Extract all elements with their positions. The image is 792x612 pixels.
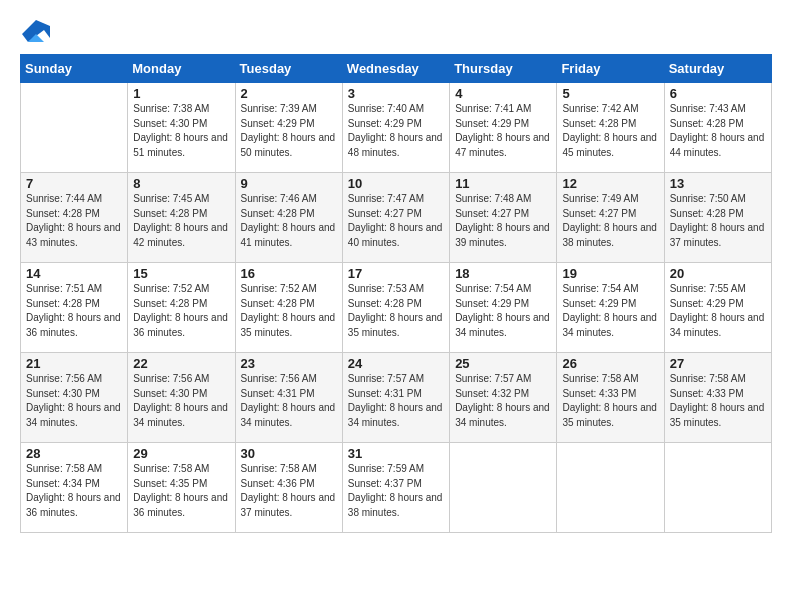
day-number: 8 [133,176,229,191]
weekday-header-friday: Friday [557,55,664,83]
day-detail: Sunrise: 7:45 AMSunset: 4:28 PMDaylight:… [133,192,229,250]
weekday-header-row: SundayMondayTuesdayWednesdayThursdayFrid… [21,55,772,83]
week-row-0: 1Sunrise: 7:38 AMSunset: 4:30 PMDaylight… [21,83,772,173]
calendar-cell: 3Sunrise: 7:40 AMSunset: 4:29 PMDaylight… [342,83,449,173]
day-detail: Sunrise: 7:50 AMSunset: 4:28 PMDaylight:… [670,192,766,250]
day-detail: Sunrise: 7:54 AMSunset: 4:29 PMDaylight:… [562,282,658,340]
day-detail: Sunrise: 7:43 AMSunset: 4:28 PMDaylight:… [670,102,766,160]
day-detail: Sunrise: 7:54 AMSunset: 4:29 PMDaylight:… [455,282,551,340]
day-detail: Sunrise: 7:58 AMSunset: 4:34 PMDaylight:… [26,462,122,520]
calendar-cell [21,83,128,173]
day-number: 6 [670,86,766,101]
calendar-cell: 17Sunrise: 7:53 AMSunset: 4:28 PMDayligh… [342,263,449,353]
day-number: 5 [562,86,658,101]
day-number: 18 [455,266,551,281]
page: SundayMondayTuesdayWednesdayThursdayFrid… [0,0,792,612]
calendar-cell: 26Sunrise: 7:58 AMSunset: 4:33 PMDayligh… [557,353,664,443]
week-row-4: 28Sunrise: 7:58 AMSunset: 4:34 PMDayligh… [21,443,772,533]
day-detail: Sunrise: 7:53 AMSunset: 4:28 PMDaylight:… [348,282,444,340]
day-number: 23 [241,356,337,371]
day-detail: Sunrise: 7:38 AMSunset: 4:30 PMDaylight:… [133,102,229,160]
weekday-header-wednesday: Wednesday [342,55,449,83]
day-number: 22 [133,356,229,371]
calendar-cell: 7Sunrise: 7:44 AMSunset: 4:28 PMDaylight… [21,173,128,263]
day-number: 16 [241,266,337,281]
day-number: 14 [26,266,122,281]
day-detail: Sunrise: 7:39 AMSunset: 4:29 PMDaylight:… [241,102,337,160]
day-detail: Sunrise: 7:58 AMSunset: 4:33 PMDaylight:… [562,372,658,430]
calendar-cell: 6Sunrise: 7:43 AMSunset: 4:28 PMDaylight… [664,83,771,173]
day-detail: Sunrise: 7:46 AMSunset: 4:28 PMDaylight:… [241,192,337,250]
calendar-cell: 23Sunrise: 7:56 AMSunset: 4:31 PMDayligh… [235,353,342,443]
day-detail: Sunrise: 7:57 AMSunset: 4:31 PMDaylight:… [348,372,444,430]
header [20,16,772,48]
calendar-cell [664,443,771,533]
day-number: 31 [348,446,444,461]
day-detail: Sunrise: 7:58 AMSunset: 4:35 PMDaylight:… [133,462,229,520]
calendar-cell: 21Sunrise: 7:56 AMSunset: 4:30 PMDayligh… [21,353,128,443]
day-number: 1 [133,86,229,101]
calendar-cell: 18Sunrise: 7:54 AMSunset: 4:29 PMDayligh… [450,263,557,353]
day-detail: Sunrise: 7:49 AMSunset: 4:27 PMDaylight:… [562,192,658,250]
day-detail: Sunrise: 7:51 AMSunset: 4:28 PMDaylight:… [26,282,122,340]
day-number: 27 [670,356,766,371]
day-detail: Sunrise: 7:58 AMSunset: 4:36 PMDaylight:… [241,462,337,520]
day-number: 3 [348,86,444,101]
day-detail: Sunrise: 7:41 AMSunset: 4:29 PMDaylight:… [455,102,551,160]
calendar-cell: 10Sunrise: 7:47 AMSunset: 4:27 PMDayligh… [342,173,449,263]
day-number: 7 [26,176,122,191]
calendar-cell: 8Sunrise: 7:45 AMSunset: 4:28 PMDaylight… [128,173,235,263]
day-detail: Sunrise: 7:48 AMSunset: 4:27 PMDaylight:… [455,192,551,250]
day-detail: Sunrise: 7:56 AMSunset: 4:30 PMDaylight:… [26,372,122,430]
weekday-header-monday: Monday [128,55,235,83]
calendar-cell: 11Sunrise: 7:48 AMSunset: 4:27 PMDayligh… [450,173,557,263]
calendar-cell: 25Sunrise: 7:57 AMSunset: 4:32 PMDayligh… [450,353,557,443]
calendar-cell: 13Sunrise: 7:50 AMSunset: 4:28 PMDayligh… [664,173,771,263]
calendar-cell: 4Sunrise: 7:41 AMSunset: 4:29 PMDaylight… [450,83,557,173]
day-detail: Sunrise: 7:44 AMSunset: 4:28 PMDaylight:… [26,192,122,250]
day-number: 19 [562,266,658,281]
day-detail: Sunrise: 7:47 AMSunset: 4:27 PMDaylight:… [348,192,444,250]
calendar-cell: 12Sunrise: 7:49 AMSunset: 4:27 PMDayligh… [557,173,664,263]
calendar-cell: 19Sunrise: 7:54 AMSunset: 4:29 PMDayligh… [557,263,664,353]
weekday-header-tuesday: Tuesday [235,55,342,83]
calendar-cell: 20Sunrise: 7:55 AMSunset: 4:29 PMDayligh… [664,263,771,353]
day-detail: Sunrise: 7:56 AMSunset: 4:31 PMDaylight:… [241,372,337,430]
day-number: 10 [348,176,444,191]
day-detail: Sunrise: 7:58 AMSunset: 4:33 PMDaylight:… [670,372,766,430]
day-number: 20 [670,266,766,281]
calendar-cell: 9Sunrise: 7:46 AMSunset: 4:28 PMDaylight… [235,173,342,263]
day-detail: Sunrise: 7:55 AMSunset: 4:29 PMDaylight:… [670,282,766,340]
day-number: 4 [455,86,551,101]
day-number: 11 [455,176,551,191]
calendar-cell: 24Sunrise: 7:57 AMSunset: 4:31 PMDayligh… [342,353,449,443]
weekday-header-thursday: Thursday [450,55,557,83]
week-row-1: 7Sunrise: 7:44 AMSunset: 4:28 PMDaylight… [21,173,772,263]
calendar-cell: 31Sunrise: 7:59 AMSunset: 4:37 PMDayligh… [342,443,449,533]
weekday-header-saturday: Saturday [664,55,771,83]
day-number: 21 [26,356,122,371]
day-detail: Sunrise: 7:57 AMSunset: 4:32 PMDaylight:… [455,372,551,430]
day-number: 2 [241,86,337,101]
calendar-cell: 5Sunrise: 7:42 AMSunset: 4:28 PMDaylight… [557,83,664,173]
calendar-cell [450,443,557,533]
day-detail: Sunrise: 7:40 AMSunset: 4:29 PMDaylight:… [348,102,444,160]
week-row-2: 14Sunrise: 7:51 AMSunset: 4:28 PMDayligh… [21,263,772,353]
day-detail: Sunrise: 7:52 AMSunset: 4:28 PMDaylight:… [133,282,229,340]
calendar-cell: 14Sunrise: 7:51 AMSunset: 4:28 PMDayligh… [21,263,128,353]
day-number: 29 [133,446,229,461]
day-number: 30 [241,446,337,461]
day-number: 25 [455,356,551,371]
day-number: 28 [26,446,122,461]
logo-icon [22,20,50,48]
calendar-cell: 16Sunrise: 7:52 AMSunset: 4:28 PMDayligh… [235,263,342,353]
day-detail: Sunrise: 7:42 AMSunset: 4:28 PMDaylight:… [562,102,658,160]
day-detail: Sunrise: 7:52 AMSunset: 4:28 PMDaylight:… [241,282,337,340]
calendar-cell: 29Sunrise: 7:58 AMSunset: 4:35 PMDayligh… [128,443,235,533]
calendar-cell: 30Sunrise: 7:58 AMSunset: 4:36 PMDayligh… [235,443,342,533]
weekday-header-sunday: Sunday [21,55,128,83]
calendar-cell [557,443,664,533]
week-row-3: 21Sunrise: 7:56 AMSunset: 4:30 PMDayligh… [21,353,772,443]
day-number: 13 [670,176,766,191]
calendar-cell: 1Sunrise: 7:38 AMSunset: 4:30 PMDaylight… [128,83,235,173]
